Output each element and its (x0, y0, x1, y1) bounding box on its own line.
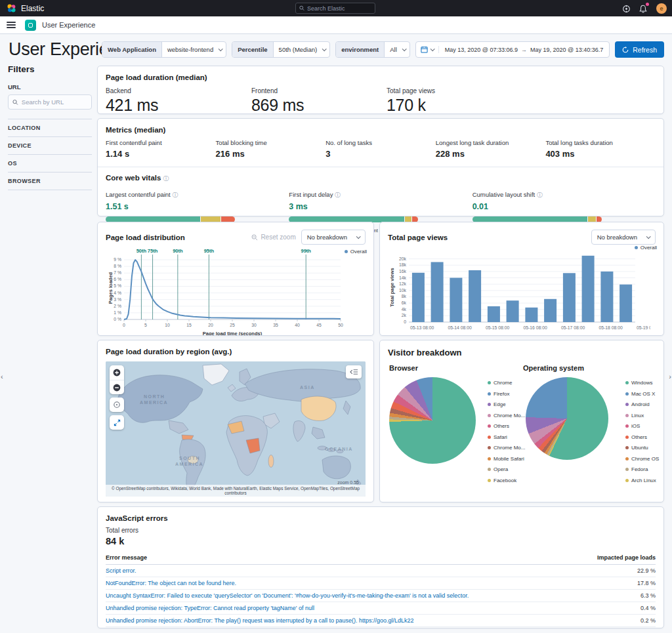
environment-select[interactable]: All (385, 42, 410, 57)
browser-legend-item[interactable]: Firefox (488, 391, 525, 397)
bar[interactable] (431, 262, 444, 323)
filter-section-location[interactable]: LOCATION (8, 119, 92, 136)
svg-text:10: 10 (165, 323, 170, 327)
os-legend-item[interactable]: Mac OS X (625, 391, 659, 397)
browser-legend-item[interactable]: Opera (488, 466, 525, 472)
browser-legend-item[interactable]: Chrome Mo... (488, 445, 525, 451)
crosshair-icon (113, 401, 121, 409)
error-message-link[interactable]: Uncaught SyntaxError: Failed to execute … (106, 592, 469, 599)
metric-label: Total blocking time (216, 139, 326, 146)
breakdown-select[interactable]: No breakdown (591, 230, 656, 245)
bar[interactable] (450, 278, 462, 323)
bar[interactable] (469, 270, 481, 322)
info-icon[interactable]: ⓘ (172, 192, 178, 198)
browser-legend-item[interactable]: Others (488, 423, 525, 429)
browser-legend-item[interactable]: Safari (488, 434, 525, 440)
browser-legend-item[interactable]: Edge (488, 401, 525, 407)
elastic-logo-icon[interactable] (7, 3, 16, 13)
os-legend-item[interactable]: Fedora (625, 466, 659, 472)
svg-text:Total page views: Total page views (389, 268, 395, 306)
os-legend-item[interactable]: Arch Linux (625, 478, 659, 483)
collapse-right-icon[interactable]: › (669, 373, 671, 380)
os-legend-item[interactable]: Android (625, 401, 659, 407)
metric-item: First contentful paint1.14 s (106, 139, 216, 159)
bar[interactable] (525, 308, 537, 322)
breadcrumb[interactable]: User Experience (42, 21, 95, 29)
filter-section-browser[interactable]: BROWSER (8, 172, 92, 190)
browser-chart-title: Browser (389, 364, 522, 372)
service-select-label: Web Application (102, 42, 162, 57)
svg-text:40: 40 (295, 323, 300, 327)
column-error-message[interactable]: Error message (106, 552, 570, 565)
error-message-link[interactable]: Unhandled promise rejection: AbortError:… (106, 617, 414, 624)
deployment-icon[interactable] (622, 4, 631, 12)
browser-legend-item[interactable]: Mobile Safari (488, 456, 525, 462)
legend-dot (635, 246, 638, 249)
refresh-button[interactable]: Refresh (615, 41, 664, 58)
error-message-link[interactable]: Unhandled promise rejection: TypeError: … (106, 605, 314, 611)
bar[interactable] (412, 273, 425, 322)
os-legend-item[interactable]: iOS (625, 423, 659, 429)
service-select[interactable]: website-frontend (162, 42, 226, 57)
reset-zoom-button[interactable]: Reset zoom (251, 234, 295, 241)
world-map[interactable]: zoom 0.55 (106, 361, 366, 497)
os-legend-item[interactable]: Ubuntu (625, 445, 659, 451)
svg-text:10k: 10k (399, 288, 407, 293)
map-fit-bounds-button[interactable] (110, 398, 124, 412)
ux-app-icon[interactable] (25, 20, 36, 31)
browser-pie-chart[interactable] (389, 377, 476, 464)
calendar-dropdown-button[interactable] (416, 46, 439, 53)
metric-item: Total long tasks duration403 ms (545, 139, 656, 159)
global-search[interactable] (295, 3, 375, 14)
bar[interactable] (600, 272, 613, 322)
bar[interactable] (507, 300, 519, 322)
user-avatar[interactable]: e (656, 3, 667, 14)
map-zoom-in-button[interactable] (110, 365, 124, 380)
chart-legend[interactable]: Overall (345, 249, 367, 255)
total-page-views-chart[interactable]: 02k4k6k8k10k12k14k16k18k20k05-13 08:0005… (388, 246, 650, 337)
chart-legend[interactable]: Overall (635, 245, 657, 251)
date-range-text[interactable]: May 13, 2020 @ 07:33:06.9 → May 19, 2020… (439, 47, 609, 53)
os-legend-item[interactable]: Chrome OS (625, 456, 659, 462)
menu-icon[interactable] (7, 22, 16, 28)
os-pie-chart[interactable] (526, 377, 608, 460)
metric-value: 403 ms (545, 149, 656, 159)
bar[interactable] (544, 299, 556, 322)
info-icon[interactable]: ⓘ (537, 192, 543, 198)
map-zoom-out-button[interactable] (110, 380, 124, 394)
svg-text:50th: 50th (136, 248, 147, 254)
total-errors-value: 84 k (106, 536, 656, 546)
bar[interactable] (563, 273, 576, 322)
alerts-bell-icon[interactable] (639, 4, 648, 12)
os-legend-item[interactable]: Linux (625, 413, 659, 419)
breakdown-select[interactable]: No breakdown (301, 230, 366, 245)
os-chart-title: Operating system (523, 364, 656, 372)
bar[interactable] (582, 256, 595, 322)
column-impacted-page-loads[interactable]: Impacted page loads (570, 552, 656, 565)
browser-legend-item[interactable]: Facebook (488, 478, 525, 483)
page-load-distribution-chart[interactable]: 0 %1 %2 %3 %4 %5 %6 %7 %8 %9 %0510152025… (106, 246, 366, 335)
global-search-input[interactable] (307, 5, 371, 12)
map-attribution[interactable]: © OpenStreetMap contributors, Wikidata, … (106, 485, 366, 497)
filter-section-device[interactable]: DEVICE (8, 136, 92, 154)
map-legend-collapse-button[interactable] (346, 365, 362, 378)
bar[interactable] (620, 285, 632, 322)
percentile-select[interactable]: 50th (Median) (274, 42, 330, 57)
svg-text:05-15 08:00: 05-15 08:00 (486, 325, 510, 330)
metrics-panel: Metrics (median) First contentful paint1… (97, 118, 664, 216)
error-message-link[interactable]: NotFoundError: The object can not be fou… (106, 580, 236, 586)
map-expand-button[interactable] (110, 415, 124, 430)
error-message-link[interactable]: Script error. (106, 567, 136, 574)
browser-legend-item[interactable]: Chrome (488, 380, 525, 386)
url-search-input[interactable] (22, 98, 87, 106)
calendar-icon (421, 46, 428, 53)
url-search-box[interactable] (8, 94, 92, 110)
os-legend-item[interactable]: Others (625, 434, 659, 440)
collapse-left-icon[interactable]: ‹ (1, 373, 3, 380)
os-legend-item[interactable]: Windows (625, 380, 659, 386)
bar[interactable] (488, 306, 500, 322)
browser-legend-item[interactable]: Chrome Mo... (488, 413, 525, 419)
info-icon[interactable]: ⓘ (335, 192, 341, 198)
info-icon[interactable]: ⓘ (163, 175, 169, 182)
filter-section-os[interactable]: OS (8, 154, 92, 172)
